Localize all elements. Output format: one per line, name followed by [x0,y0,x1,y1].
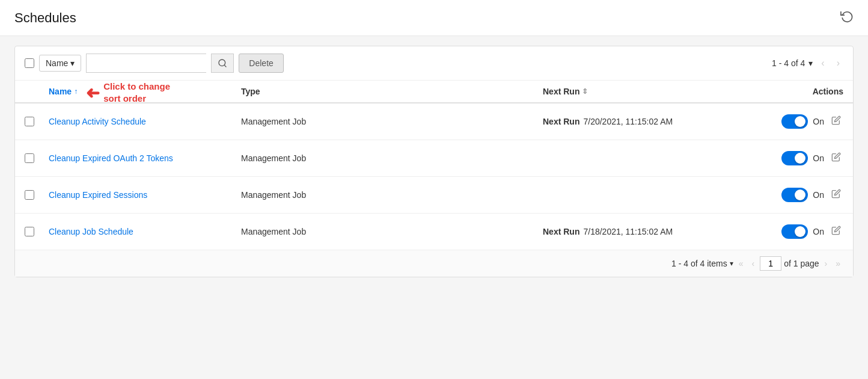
row-select-0[interactable] [25,117,34,126]
pencil-icon [831,152,841,162]
items-info: 1 - 4 of 4 items [671,259,727,268]
chevron-down-icon-pagination[interactable]: ▾ [808,58,813,68]
search-input[interactable] [86,54,206,73]
row-checkbox-0 [25,117,49,126]
next-run-value: 7/20/2021, 11:15:02 AM [583,117,673,126]
annotation-text: Click to changesort order [103,81,170,104]
search-icon [218,58,227,68]
row-name-2: Cleanup Expired Sessions [49,190,241,200]
row-nextrun-0: Next Run 7/20/2021, 11:15:02 AM [543,117,723,126]
toolbar-left: Name ▾ Delete [25,54,767,73]
filter-dropdown-label: Name [46,58,68,68]
toggle-switch-1[interactable] [781,151,808,165]
edit-button-0[interactable] [829,113,843,130]
next-run-col-label: Next Run [543,87,579,96]
first-page-button[interactable]: « [736,257,747,270]
edit-button-2[interactable] [829,186,843,203]
pencil-icon [831,226,841,235]
toggle-slider-0 [781,114,808,129]
filter-dropdown[interactable]: Name ▾ [39,55,81,72]
select-all-checkbox[interactable] [25,58,34,68]
toggle-slider-3 [781,224,808,239]
delete-button[interactable]: Delete [239,54,283,73]
row-name-link-2[interactable]: Cleanup Expired Sessions [49,190,147,200]
table-footer: 1 - 4 of 4 items ▾ « ‹ of 1 page › » [15,250,853,277]
row-checkbox-3 [25,227,49,236]
row-name-0: Cleanup Activity Schedule [49,117,241,126]
row-name-link-0[interactable]: Cleanup Activity Schedule [49,117,146,126]
row-select-1[interactable] [25,153,34,163]
type-column-header: Type [241,87,543,96]
row-name-link-1[interactable]: Cleanup Expired OAuth 2 Tokens [49,153,173,163]
row-checkbox-2 [25,190,49,200]
toggle-label-0: On [813,117,824,126]
row-nextrun-3: Next Run 7/18/2021, 11:15:02 AM [543,227,723,236]
sort-up-icon: ↑ [74,87,78,96]
items-per-page[interactable]: 1 - 4 of 4 items ▾ [671,259,733,268]
actions-col-label: Actions [813,87,843,96]
page-title: Schedules [14,10,76,26]
toggle-switch-0[interactable] [781,114,808,129]
row-type-2: Management Job [241,190,543,200]
toolbar: Name ▾ Delete 1 - 4 of 4 ▾ ‹ › [15,46,853,81]
next-run-value: 7/18/2021, 11:15:02 AM [583,227,673,236]
table-row: Cleanup Expired Sessions Management Job … [15,177,853,214]
name-col-label: Name [49,87,72,96]
toolbar-right: 1 - 4 of 4 ▾ ‹ › [772,57,843,70]
chevron-down-icon: ▾ [70,58,75,68]
pencil-icon [831,189,841,199]
next-run-label: Next Run [543,227,579,236]
type-col-label: Type [241,87,260,96]
row-type-3: Management Job [241,227,543,236]
name-column-header[interactable]: Name ↑ ➜ Click to changesort order [49,87,241,96]
table-header: Name ↑ ➜ Click to changesort order Type … [15,81,853,103]
row-select-3[interactable] [25,227,34,236]
row-checkbox-1 [25,153,49,163]
row-name-1: Cleanup Expired OAuth 2 Tokens [49,153,241,163]
row-type-0: Management Job [241,117,543,126]
next-run-label: Next Run [543,117,579,126]
toggle-slider-2 [781,188,808,202]
footer-next-button[interactable]: › [822,257,831,270]
row-actions-3: On [723,223,843,240]
pagination-info: 1 - 4 of 4 ▾ [772,58,813,68]
search-button[interactable] [211,54,234,73]
next-page-button[interactable]: › [833,57,843,70]
row-type-1: Management Job [241,153,543,163]
toggle-label-3: On [813,227,824,236]
table-body: Cleanup Activity Schedule Management Job… [15,103,853,250]
row-actions-1: On [723,150,843,167]
next-run-column-header[interactable]: Next Run ⇕ [543,87,723,96]
content-area: Name ▾ Delete 1 - 4 of 4 ▾ ‹ › [0,36,868,379]
actions-column-header: Actions [723,87,843,96]
row-name-link-3[interactable]: Cleanup Job Schedule [49,227,133,236]
row-actions-0: On [723,113,843,130]
last-page-button[interactable]: » [833,257,843,270]
row-select-2[interactable] [25,190,34,200]
toggle-switch-2[interactable] [781,188,808,202]
page-range: 1 - 4 of 4 [772,58,805,68]
page-number-input[interactable] [760,256,781,271]
edit-button-3[interactable] [829,223,843,240]
sort-annotation: ➜ Click to changesort order [86,81,170,104]
toggle-slider-1 [781,151,808,165]
annotation-arrow-icon: ➜ [86,83,100,103]
page-header: Schedules [0,0,868,36]
toggle-label-1: On [813,153,824,163]
row-actions-2: On [723,186,843,203]
next-run-sort-icon: ⇕ [582,87,588,96]
pencil-icon [831,116,841,125]
prev-page-button[interactable]: ‹ [818,57,828,70]
table-row: Cleanup Job Schedule Management Job Next… [15,214,853,250]
footer-prev-button[interactable]: ‹ [748,257,757,270]
edit-button-1[interactable] [829,150,843,167]
history-icon[interactable] [840,10,854,26]
table-row: Cleanup Expired OAuth 2 Tokens Managemen… [15,140,853,177]
items-chevron-icon: ▾ [730,259,733,268]
toggle-switch-3[interactable] [781,224,808,239]
page-total: of 1 page [784,259,819,268]
row-name-3: Cleanup Job Schedule [49,227,241,236]
schedules-table-container: Name ▾ Delete 1 - 4 of 4 ▾ ‹ › [14,46,854,277]
table-row: Cleanup Activity Schedule Management Job… [15,103,853,140]
svg-line-1 [224,65,226,67]
